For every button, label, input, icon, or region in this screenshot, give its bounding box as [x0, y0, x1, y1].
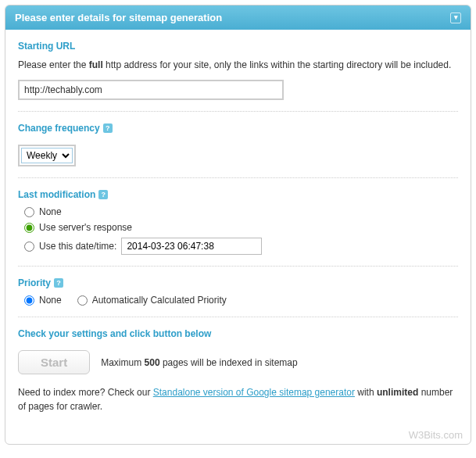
lastmod-none-label: None [39, 206, 62, 217]
starting-url-label: Starting URL [18, 41, 458, 52]
starting-url-desc: Please enter the full http address for y… [18, 58, 458, 72]
starting-url-input[interactable] [18, 80, 284, 100]
last-modification-group: None Use server's response Use this date… [24, 206, 458, 255]
priority-label: Priority ? [18, 277, 458, 288]
change-frequency-label: Change frequency ? [18, 123, 458, 134]
lastmod-date-input[interactable] [121, 238, 262, 255]
need-more-text: Need to index more? Check our Standalone… [18, 385, 458, 413]
priority-none-radio[interactable] [24, 295, 34, 306]
change-frequency-select[interactable]: Weekly [21, 148, 73, 163]
sitemap-form-panel: Please enter details for sitemap generat… [5, 5, 471, 445]
lastmod-server-option[interactable]: Use server's response [24, 222, 458, 233]
priority-auto-radio[interactable] [77, 295, 88, 306]
collapse-icon[interactable]: ▾ [450, 13, 461, 23]
priority-none-option[interactable]: None [24, 295, 62, 306]
priority-auto-option[interactable]: Automatically Calculated Priority [77, 295, 227, 306]
max-pages-text: Maximum 500 pages will be indexed in sit… [101, 357, 297, 368]
lastmod-date-radio[interactable] [24, 242, 34, 252]
standalone-link[interactable]: Standalone version of Google sitemap gen… [153, 387, 355, 398]
watermark: W3Bits.com [5, 428, 471, 444]
priority-none-label: None [39, 295, 62, 306]
divider [18, 111, 458, 112]
priority-auto-label: Automatically Calculated Priority [92, 295, 227, 306]
lastmod-date-label: Use this date/time: [39, 241, 116, 252]
lastmod-server-radio[interactable] [24, 223, 34, 233]
priority-group: None Automatically Calculated Priority [24, 295, 458, 306]
panel-title: Please enter details for sitemap generat… [15, 12, 222, 23]
divider [18, 266, 458, 267]
lastmod-server-label: Use server's response [39, 222, 132, 233]
start-row: Start Maximum 500 pages will be indexed … [18, 350, 458, 374]
lastmod-none-radio[interactable] [24, 207, 34, 217]
divider [18, 317, 458, 317]
help-icon[interactable]: ? [103, 123, 113, 133]
lastmod-date-option[interactable]: Use this date/time: [24, 238, 458, 255]
help-icon[interactable]: ? [54, 278, 63, 288]
divider [18, 177, 458, 178]
panel-header: Please enter details for sitemap generat… [5, 5, 471, 30]
last-modification-label: Last modification ? [18, 189, 458, 200]
check-settings-label: Check your settings and click button bel… [18, 328, 458, 339]
panel-body: Starting URL Please enter the full http … [5, 30, 471, 428]
change-frequency-select-wrap: Weekly [18, 145, 76, 166]
help-icon[interactable]: ? [98, 190, 108, 199]
lastmod-none-option[interactable]: None [24, 206, 458, 217]
start-button[interactable]: Start [18, 350, 90, 374]
